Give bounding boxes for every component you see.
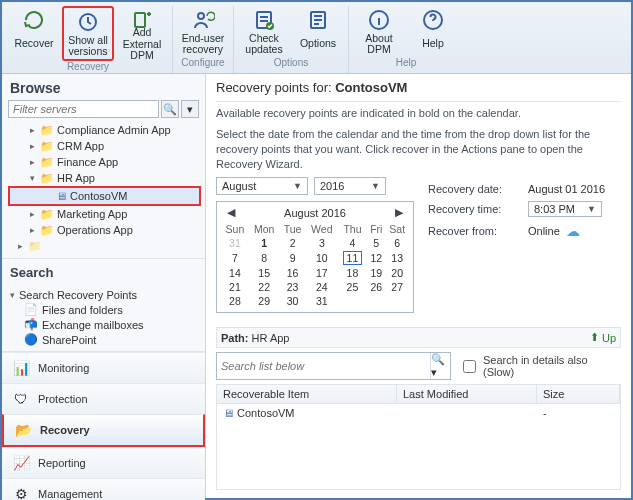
calendar-day[interactable]: 15 [249,266,280,280]
calendar-day[interactable]: 10 [306,250,338,266]
calendar-day[interactable]: 19 [367,266,385,280]
sharepoint-icon: 🔵 [24,333,38,346]
tree-item[interactable]: ▾📁HR App [8,170,201,186]
list-search-input[interactable] [217,353,430,379]
calendar-day[interactable]: 23 [279,280,305,294]
recovery-time-dropdown[interactable]: 8:03 PM▼ [528,201,602,217]
enduser-button[interactable]: End-userrecovery [177,6,229,57]
tree-expander-icon[interactable]: ▾ [28,171,37,185]
calendar-day[interactable]: 30 [279,294,305,308]
ribbon-group-label: Help [396,57,417,69]
tree-expander-icon[interactable]: ▸ [28,207,37,221]
calendar-day[interactable]: 4 [338,236,367,250]
calendar-day[interactable]: 13 [385,250,409,266]
filter-search-button[interactable]: 🔍 [161,100,179,118]
calendar-next-button[interactable]: ▶ [391,206,407,219]
calendar-prev-button[interactable]: ◀ [223,206,239,219]
calendar-day[interactable]: 7 [221,250,249,266]
calendar-day[interactable]: 28 [221,294,249,308]
calendar-day[interactable]: 1 [249,236,280,250]
search-details-checkbox[interactable] [463,360,476,373]
search-item-label: Exchange mailboxes [42,319,144,331]
calendar-dow: Sat [385,222,409,236]
recover-icon [22,8,46,32]
search-details-checkbox-label[interactable]: Search in details also (Slow) [459,354,621,378]
search-item-label: Files and folders [42,304,123,316]
tree-expander-icon[interactable]: ▸ [28,139,37,153]
management-icon: ⚙ [12,485,30,500]
add-dpm-button[interactable]: Add ExternalDPM [116,6,168,61]
filter-row: 🔍 ▾ [2,100,205,122]
help-button[interactable]: Help [407,6,459,57]
calendar-day[interactable]: 5 [367,236,385,250]
calendar-header: August 2016 [284,207,346,219]
search-item[interactable]: 📄Files and folders [10,302,197,317]
nav-recovery[interactable]: 📂Recovery [2,414,205,447]
nav-label: Recovery [40,424,90,436]
tree-expander-icon[interactable]: ▸ [16,239,25,253]
tree-item[interactable]: ▸📁Operations App [8,222,201,238]
monitoring-icon: 📊 [12,359,30,377]
search-group-row[interactable]: ▾ Search Recovery Points [10,288,197,302]
calendar-day[interactable]: 17 [306,266,338,280]
nav-protection[interactable]: 🛡Protection [2,383,205,414]
calendar-day[interactable]: 9 [279,250,305,266]
list-search-button[interactable]: 🔍▾ [430,353,450,379]
tree-item[interactable]: ▸📁 [8,238,201,254]
path-label: Path: [221,332,249,344]
calendar-day[interactable]: 3 [306,236,338,250]
calendar-day[interactable]: 18 [338,266,367,280]
calendar-day[interactable]: 31 [221,236,249,250]
nav-reporting[interactable]: 📈Reporting [2,447,205,478]
calendar-day[interactable]: 12 [367,250,385,266]
tree-item[interactable]: ▸📁Marketing App [8,206,201,222]
col-last-modified[interactable]: Last Modified [397,385,537,403]
tree-item-label: CRM App [57,139,104,153]
check-updates-button[interactable]: Checkupdates [238,6,290,57]
recovery-time-label: Recovery time: [428,203,522,215]
calendar-day[interactable]: 21 [221,280,249,294]
tree-item[interactable]: ▸📁Compliance Admin App [8,122,201,138]
filter-dropdown-button[interactable]: ▾ [181,100,199,118]
reporting-icon: 📈 [12,454,30,472]
recover-button[interactable]: Recover [8,6,60,61]
grid-row[interactable]: 🖥 ContosoVM- [217,404,620,422]
calendar-day[interactable]: 26 [367,280,385,294]
calendar-day[interactable]: 2 [279,236,305,250]
tree-expander-icon[interactable]: ▸ [28,223,37,237]
options-label: Options [300,32,336,56]
calendar-day[interactable]: 14 [221,266,249,280]
calendar-day[interactable]: 29 [249,294,280,308]
show-versions-button[interactable]: Show allversions [62,6,114,61]
col-recoverable-item[interactable]: Recoverable Item [217,385,397,403]
nav-monitoring[interactable]: 📊Monitoring [2,352,205,383]
calendar-day[interactable]: 11 [338,250,367,266]
filter-servers-input[interactable] [8,100,159,118]
calendar-day[interactable]: 8 [249,250,280,266]
tree-item[interactable]: ▸📁CRM App [8,138,201,154]
calendar-day[interactable]: 27 [385,280,409,294]
search-item[interactable]: 🔵SharePoint [10,332,197,347]
about-button[interactable]: AboutDPM [353,6,405,57]
month-dropdown[interactable]: August▼ [216,177,308,195]
options-button[interactable]: Options [292,6,344,57]
col-size[interactable]: Size [537,385,620,403]
up-button[interactable]: ⬆ Up [590,331,616,344]
calendar-day[interactable]: 16 [279,266,305,280]
protection-icon: 🛡 [12,390,30,408]
tree-item[interactable]: ▸📁Finance App [8,154,201,170]
calendar-day[interactable]: 24 [306,280,338,294]
tree-expander-icon[interactable]: ▸ [28,123,37,137]
year-dropdown[interactable]: 2016▼ [314,177,386,195]
list-search-box: 🔍▾ [216,352,451,380]
tree-expander-icon[interactable]: ▸ [28,155,37,169]
calendar-day[interactable]: 22 [249,280,280,294]
recovery-date-label: Recovery date: [428,183,522,195]
search-item[interactable]: 📬Exchange mailboxes [10,317,197,332]
calendar-day[interactable]: 25 [338,280,367,294]
nav-management[interactable]: ⚙Management [2,478,205,500]
tree-item[interactable]: 🖥ContosoVM [8,186,201,206]
calendar-day[interactable]: 20 [385,266,409,280]
calendar-day[interactable]: 6 [385,236,409,250]
calendar-day[interactable]: 31 [306,294,338,308]
